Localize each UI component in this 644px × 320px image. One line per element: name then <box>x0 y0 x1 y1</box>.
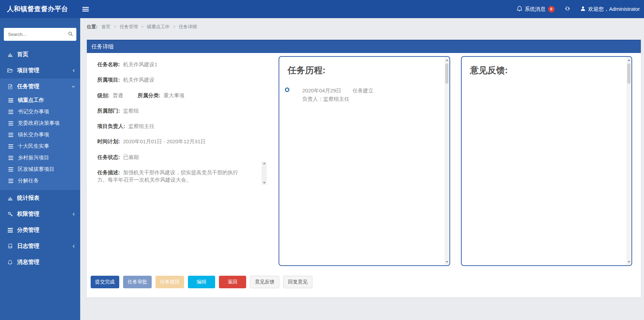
bar-chart-icon <box>7 196 13 201</box>
detail-row-department: 所属部门:监察组 <box>97 107 248 114</box>
sidebar-item-category-mgmt[interactable]: 分类管理 <box>0 222 80 238</box>
details-scrollbar[interactable] <box>262 161 267 185</box>
scroll-up-arrow-icon[interactable] <box>263 162 266 164</box>
welcome-text: 欢迎您，Administrator <box>588 6 640 13</box>
scrollbar-thumb[interactable] <box>627 63 630 84</box>
breadcrumb-separator: > <box>114 24 116 29</box>
book-icon <box>7 244 13 249</box>
bell-icon <box>517 6 522 13</box>
main-content: 位置: 首页 > 任务管理 > 镇重点工作 > 任务详细 任务详细 任务名称:机… <box>80 18 644 320</box>
reply-feedback-button[interactable]: 回复意见 <box>283 276 312 288</box>
message-count-badge: 0 <box>548 6 555 13</box>
chevron-left-icon <box>72 244 75 248</box>
refresh-button[interactable] <box>565 6 570 13</box>
sidebar-item-town-key-work[interactable]: 镇重点工作 <box>0 94 80 106</box>
folder-open-icon <box>7 68 13 73</box>
list-icon <box>8 167 14 172</box>
sidebar-item-log-mgmt[interactable]: 日志管理 <box>0 238 80 254</box>
task-approve-button[interactable]: 任务审批 <box>123 276 152 288</box>
breadcrumb-task-detail: 任务详细 <box>179 24 197 29</box>
top-navbar: 人和镇督查督办平台 系统消息 0 欢迎您，Administrator <box>0 0 644 18</box>
chevron-down-icon <box>71 85 75 88</box>
sidebar: 首页 项目管理 任务管理 镇重点工作 书记交办事项 党委政府决策事项 <box>0 18 80 320</box>
breadcrumb-town-key-work[interactable]: 镇重点工作 <box>147 24 170 29</box>
back-button[interactable]: 返回 <box>219 276 246 288</box>
sidebar-item-rural-revitalization[interactable]: 乡村振兴项目 <box>0 152 80 163</box>
chevron-left-icon <box>72 212 75 216</box>
sidebar-item-permission-mgmt[interactable]: 权限管理 <box>0 206 80 222</box>
detail-row-owner: 项目负责人:监察组主任 <box>97 122 248 130</box>
key-icon <box>7 212 13 217</box>
action-buttons: 提交完成 任务审批 任务驳回 编辑 返回 意见反馈 回复意见 <box>91 276 312 288</box>
detail-row-level-category: 级别:普通所属分类:重大事项 <box>97 92 248 99</box>
scroll-up-arrow-icon[interactable] <box>446 59 448 61</box>
refresh-icon <box>565 6 570 13</box>
detail-row-project: 所属项目:机关作风建设 <box>97 76 248 83</box>
breadcrumb-home[interactable]: 首页 <box>101 24 111 29</box>
detail-row-schedule: 时间计划:2020年01月01日 - 2020年12月31日 <box>97 138 248 145</box>
sidebar-nav: 首页 项目管理 任务管理 镇重点工作 书记交办事项 党委政府决策事项 <box>0 46 80 270</box>
task-details: 任务名称:机关作风建设1 所属项目:机关作风建设 级别:普通所属分类:重大事项 … <box>97 61 248 192</box>
list-icon <box>8 156 14 160</box>
feedback-heading: 意见反馈: <box>470 64 631 76</box>
sidebar-item-secretary-tasks[interactable]: 书记交办事项 <box>0 106 80 117</box>
system-messages-label: 系统消息 <box>525 6 546 13</box>
feedback-button[interactable]: 意见反馈 <box>250 276 279 288</box>
task-history-panel: 任务历程: 2020年04月29日 任务建立 负责人：监察组主任 <box>279 56 450 266</box>
sidebar-item-decomposed-tasks[interactable]: 分解任务 <box>0 175 80 186</box>
search-input[interactable] <box>4 28 76 41</box>
hamburger-menu-icon[interactable] <box>82 7 89 12</box>
status-value: 已逾期 <box>123 154 139 160</box>
submit-complete-button[interactable]: 提交完成 <box>91 276 119 288</box>
sidebar-item-project-mgmt[interactable]: 项目管理 <box>0 62 80 78</box>
task-history-heading: 任务历程: <box>288 64 449 76</box>
app-title: 人和镇督查督办平台 <box>0 5 68 14</box>
bell-icon <box>7 260 13 265</box>
sidebar-item-mayor-tasks[interactable]: 镇长交办事项 <box>0 129 80 140</box>
detail-row-status: 任务状态:已逾期 <box>97 153 248 161</box>
chevron-left-icon <box>72 69 75 73</box>
sidebar-item-party-gov-decisions[interactable]: 党委政府决策事项 <box>0 117 80 129</box>
list-icon <box>8 179 14 183</box>
task-detail-card: 任务详细 任务名称:机关作风建设1 所属项目:机关作风建设 级别:普通所属分类:… <box>87 40 641 297</box>
feedback-scrollbar[interactable] <box>627 57 631 265</box>
event-owner: 负责人：监察组主任 <box>302 95 449 103</box>
sidebar-item-district-projects[interactable]: 区攻城拔寨项目 <box>0 163 80 175</box>
scroll-up-arrow-icon[interactable] <box>628 59 630 61</box>
bar-chart-icon <box>7 52 13 57</box>
search-icon[interactable] <box>68 31 73 38</box>
card-title: 任务详细 <box>87 40 641 53</box>
edit-button[interactable]: 编辑 <box>188 276 215 288</box>
task-reject-button[interactable]: 任务驳回 <box>156 276 184 288</box>
event-date: 2020年04月29日 <box>302 87 341 93</box>
breadcrumb-separator: > <box>141 24 144 29</box>
scroll-down-arrow-icon[interactable] <box>446 261 448 263</box>
task-history-scrollbar[interactable] <box>445 57 449 265</box>
sidebar-item-ten-livelihood[interactable]: 十大民生实事 <box>0 140 80 152</box>
sidebar-item-home[interactable]: 首页 <box>0 46 80 62</box>
feedback-panel: 意见反馈: <box>461 56 632 266</box>
timeline-event: 2020年04月29日 任务建立 负责人：监察组主任 <box>285 86 449 103</box>
scrollbar-thumb[interactable] <box>445 63 448 84</box>
breadcrumb-task-mgmt[interactable]: 任务管理 <box>120 24 138 29</box>
scroll-down-arrow-icon[interactable] <box>628 261 630 263</box>
breadcrumb: 位置: 首页 > 任务管理 > 镇重点工作 > 任务详细 <box>80 18 644 40</box>
user-menu[interactable]: 欢迎您，Administrator <box>580 6 640 13</box>
list-icon <box>8 110 14 114</box>
breadcrumb-location-label: 位置: <box>87 24 97 29</box>
user-icon <box>580 6 586 13</box>
list-icon <box>8 121 14 125</box>
event-title: 任务建立 <box>353 87 373 93</box>
system-messages-link[interactable]: 系统消息 0 <box>517 6 555 13</box>
scroll-down-arrow-icon[interactable] <box>263 182 266 184</box>
sidebar-item-task-mgmt[interactable]: 任务管理 <box>0 78 80 94</box>
timeline-dot-icon <box>285 87 289 92</box>
list-icon <box>8 144 14 148</box>
sidebar-item-stats-report[interactable]: 统计报表 <box>0 190 80 206</box>
sidebar-item-message-mgmt[interactable]: 消息管理 <box>0 254 80 270</box>
document-icon <box>7 84 13 89</box>
list-icon <box>8 133 14 137</box>
detail-row-description: 任务描述:加强机关干部作风建设，切实提高党员干部的执行力。每半年召开一次机关作风… <box>97 169 248 184</box>
task-mgmt-group: 任务管理 镇重点工作 书记交办事项 党委政府决策事项 镇长交办事项 十大 <box>0 78 80 190</box>
list-icon <box>8 98 14 102</box>
